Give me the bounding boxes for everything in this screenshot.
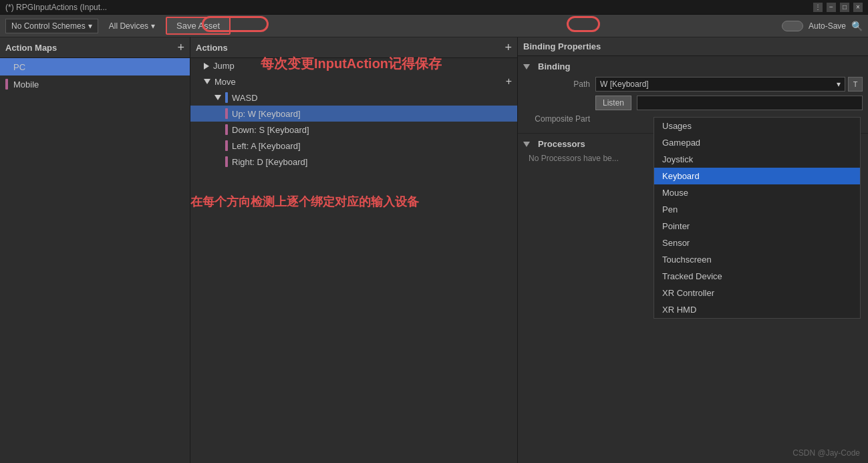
save-asset-label: Save Asset [176,21,220,31]
add-action-map-button[interactable]: + [177,41,184,53]
down-color-bar [225,124,228,135]
dropdown-joystick[interactable]: Joystick [654,151,860,168]
down-label: Down: S [Keyboard] [232,125,309,135]
search-icon[interactable]: 🔍 [851,21,863,31]
action-map-item-pc[interactable]: PC [0,58,190,75]
left-color-bar [225,140,228,151]
pc-color-bar [5,61,8,72]
action-item-up[interactable]: Up: W [Keyboard] [190,106,517,122]
composite-part-label: Composite Part [523,114,590,124]
binding-section-header: Binding [523,61,863,71]
up-label: Up: W [Keyboard] [232,109,301,119]
dropdown-gamepad[interactable]: Gamepad [654,134,860,151]
all-devices-arrow: ▾ [151,21,155,31]
path-input-area: W [Keyboard] ▾ T [595,77,863,92]
binding-section-title: Binding [538,61,570,71]
actions-title: Actions [196,43,228,53]
no-control-schemes-button[interactable]: No Control Schemes ▾ [5,19,98,33]
dropdown-keyboard[interactable]: Keyboard [654,168,860,184]
up-color-bar [225,108,228,119]
action-maps-header: Action Maps + [0,37,190,58]
device-dropdown-list: Usages Gamepad Joystick Keyboard Mouse P… [654,117,861,319]
wasd-collapse-icon [214,95,221,100]
title-bar: (*) RPGInputActions (Input... ⋮ − □ × [0,0,868,15]
action-maps-title: Action Maps [5,43,57,53]
right-color-bar [225,156,228,167]
action-item-move[interactable]: Move + [190,73,517,90]
actions-panel: Actions + Jump Move + WASD Up: W [Keyboa… [190,37,518,463]
path-dropdown[interactable]: W [Keyboard] ▾ [595,77,845,92]
toolbar: No Control Schemes ▾ All Devices ▾ Save … [0,15,868,37]
no-control-schemes-label: No Control Schemes [11,21,86,31]
dropdown-xr-hmd[interactable]: XR HMD [654,301,860,318]
action-item-right[interactable]: Right: D [Keyboard] [190,154,517,170]
processors-title: Processors [538,139,585,149]
dropdown-usages[interactable]: Usages [654,118,860,134]
path-dropdown-arrow: ▾ [837,80,841,89]
jump-label: Jump [213,61,235,71]
action-map-pc-label: PC [13,62,25,72]
title-bar-more[interactable]: ⋮ [813,3,823,12]
title-bar-maximize[interactable]: □ [840,3,849,12]
action-map-item-mobile[interactable]: Mobile [0,75,190,93]
processors-collapse-icon [523,142,530,147]
auto-save-toggle[interactable] [782,21,803,31]
action-maps-panel: Action Maps + PC Mobile [0,37,190,463]
action-item-wasd[interactable]: WASD [190,90,517,106]
title-bar-controls: ⋮ − □ × [813,3,863,12]
all-devices-button[interactable]: All Devices ▾ [104,19,160,33]
title-bar-close[interactable]: × [853,3,863,12]
auto-save-area: Auto-Save 🔍 [782,21,863,31]
save-asset-button[interactable]: Save Asset [166,17,231,35]
wasd-color-bar [225,92,228,103]
left-label: Left: A [Keyboard] [232,141,301,151]
dropdown-tracked-device[interactable]: Tracked Device [654,268,860,285]
dropdown-sensor[interactable]: Sensor [654,235,860,251]
dropdown-pen[interactable]: Pen [654,201,860,218]
add-action-button[interactable]: + [504,41,512,53]
dropdown-mouse[interactable]: Mouse [654,184,860,201]
action-item-left[interactable]: Left: A [Keyboard] [190,138,517,154]
dropdown-touchscreen[interactable]: Touchscreen [654,251,860,268]
control-schemes-arrow: ▾ [88,21,92,31]
add-move-binding-button[interactable]: + [506,76,512,87]
path-row: Path W [Keyboard] ▾ T [523,77,863,92]
binding-panel-title: Binding Properties [523,41,601,51]
actions-header: Actions + [190,37,517,58]
action-item-down[interactable]: Down: S [Keyboard] [190,122,517,138]
title-bar-text: (*) RPGInputActions (Input... [5,3,107,12]
path-dropdown-value: W [Keyboard] [600,80,649,89]
watermark: CSDN @Jay-Code [792,448,860,458]
dropdown-xr-controller[interactable]: XR Controller [654,285,860,301]
binding-collapse-icon [523,64,530,69]
all-devices-label: All Devices [109,21,148,31]
binding-panel-header: Binding Properties [518,37,868,56]
dropdown-pointer[interactable]: Pointer [654,218,860,235]
t-button[interactable]: T [848,77,863,92]
mobile-color-bar [5,79,8,90]
listen-search-row: Listen [523,96,863,110]
path-label: Path [523,80,590,89]
listen-button[interactable]: Listen [595,96,631,110]
move-label: Move [214,77,236,87]
jump-collapse-icon [204,63,209,69]
path-search-input[interactable] [637,96,863,110]
no-processors-text: No Processors have be... [523,154,619,163]
move-collapse-icon [204,79,210,84]
listen-label: Listen [603,98,624,108]
action-map-mobile-label: Mobile [13,80,39,90]
wasd-label: WASD [232,93,258,103]
auto-save-label: Auto-Save [809,21,846,31]
title-bar-minimize[interactable]: − [827,3,836,12]
action-item-jump[interactable]: Jump [190,58,517,73]
right-label: Right: D [Keyboard] [232,157,307,167]
